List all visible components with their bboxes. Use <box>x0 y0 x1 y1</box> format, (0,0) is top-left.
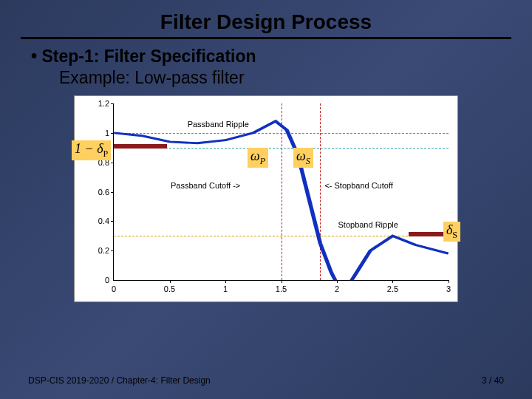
ytick-1: 1 <box>86 129 109 137</box>
content-area: • Step-1: Filter Specification Example: … <box>6 47 526 302</box>
step-1-heading: • Step-1: Filter Specification <box>31 47 508 66</box>
ytick-0p2: 0.2 <box>86 246 109 255</box>
slide: Filter Design Process • Step-1: Filter S… <box>6 6 526 393</box>
xtick-0: 0 <box>112 284 116 293</box>
footer-right: 3 / 40 <box>482 375 504 386</box>
ann-stopband-cutoff: <- Stopband Cutoff <box>324 181 392 190</box>
ann-passband-cutoff: Passband Cutoff -> <box>171 181 240 190</box>
xtick-3: 3 <box>446 284 451 293</box>
ytick-0: 0 <box>86 276 109 284</box>
ytick-0p4: 0.4 <box>86 216 109 225</box>
xtick-1p5: 1.5 <box>276 284 287 293</box>
footer-left: DSP-CIS 2019-2020 / Chapter-4: Filter De… <box>28 375 211 386</box>
response-curve <box>114 103 449 280</box>
ytick-0p6: 0.6 <box>86 188 109 197</box>
footer: DSP-CIS 2019-2020 / Chapter-4: Filter De… <box>28 375 504 386</box>
label-omega-p: ωP <box>248 148 268 168</box>
plot-area: 0 0.2 0.4 0.6 0.8 1 1.2 0 0.5 1 1.5 2 2. <box>113 103 449 281</box>
label-delta-s: δS <box>443 222 460 242</box>
ann-stopband-ripple: Stopband Ripple <box>338 220 398 229</box>
xtick-0p5: 0.5 <box>164 284 175 293</box>
lowpass-spec-chart: 0 0.2 0.4 0.6 0.8 1 1.2 0 0.5 1 1.5 2 2. <box>74 95 458 302</box>
slide-title: Filter Design Process <box>6 6 526 37</box>
ytick-1p2: 1.2 <box>86 99 109 108</box>
xtick-1: 1 <box>223 284 228 293</box>
ann-passband-ripple: Passband Ripple <box>188 120 249 129</box>
example-line: Example: Low-pass filter <box>59 68 508 88</box>
xtick-2: 2 <box>335 284 339 293</box>
label-1-minus-delta-p: 1 − δP <box>72 140 111 160</box>
title-underline <box>21 37 511 39</box>
xtick-2p5: 2.5 <box>387 284 398 293</box>
label-omega-s: ωS <box>293 148 313 168</box>
